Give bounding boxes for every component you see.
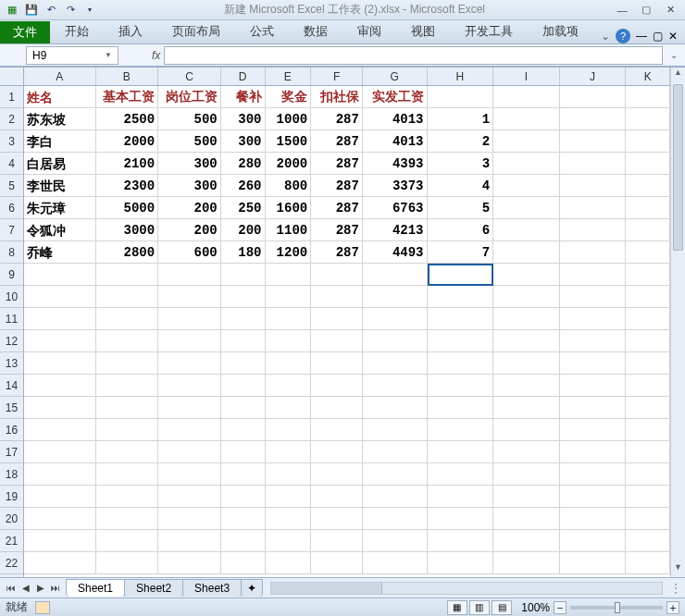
cell-G5[interactable]: 3373 [363,175,428,197]
cell-F6[interactable]: 287 [311,197,363,219]
cell-G20[interactable] [363,508,428,530]
expand-formula-bar-icon[interactable]: ⌄ [670,50,685,60]
cell-C10[interactable] [158,286,221,308]
cell-G1[interactable]: 实发工资 [363,86,428,108]
cell-F20[interactable] [311,508,363,530]
zoom-out-icon[interactable]: － [554,601,567,614]
cell-E9[interactable] [266,264,312,286]
cell-H8[interactable]: 7 [428,241,494,264]
cell-F5[interactable]: 287 [311,175,363,197]
cell-I1[interactable] [493,86,560,108]
cell-D1[interactable]: 餐补 [221,86,266,108]
cell-D19[interactable] [221,486,266,508]
cell-A15[interactable] [24,397,96,419]
cell-F13[interactable] [311,352,363,375]
sheet-last-icon[interactable]: ⏭ [48,583,63,593]
row-header-5[interactable]: 5 [0,175,23,197]
cell-E15[interactable] [266,397,312,419]
view-normal-icon[interactable]: ▦ [447,600,467,615]
cell-H12[interactable] [428,330,494,352]
cell-B10[interactable] [96,286,159,308]
cell-C5[interactable]: 300 [158,175,221,197]
row-header-17[interactable]: 17 [0,441,23,463]
cell-B7[interactable]: 3000 [96,219,159,241]
cell-J12[interactable] [560,330,627,352]
cell-I15[interactable] [493,397,560,419]
cell-F10[interactable] [311,286,363,308]
cell-J22[interactable] [560,552,627,574]
cell-J5[interactable] [560,175,627,197]
cell-F16[interactable] [311,419,363,441]
cell-J2[interactable] [560,108,627,130]
cell-E19[interactable] [266,486,312,508]
cell-D4[interactable]: 280 [221,153,266,175]
cell-H22[interactable] [428,552,494,574]
cell-B16[interactable] [96,419,159,441]
row-header-10[interactable]: 10 [0,286,23,308]
cell-G8[interactable]: 4493 [363,241,428,264]
cell-E13[interactable] [266,352,312,375]
tab-formulas[interactable]: 公式 [235,19,289,43]
zoom-level[interactable]: 100% [521,601,550,614]
scroll-up-icon[interactable]: ▲ [671,68,685,82]
maximize-button[interactable]: ▢ [635,3,657,18]
cell-I13[interactable] [493,352,560,375]
cell-J3[interactable] [560,130,627,153]
col-header-I[interactable]: I [493,68,560,85]
row-header-13[interactable]: 13 [0,352,23,375]
cell-D22[interactable] [221,552,266,574]
minimize-ribbon-icon[interactable]: ⌄ [601,30,610,43]
row-header-8[interactable]: 8 [0,241,23,264]
cell-K19[interactable] [626,486,670,508]
tab-insert[interactable]: 插入 [104,19,157,43]
zoom-in-icon[interactable]: ＋ [666,601,679,614]
cell-K8[interactable] [626,241,670,264]
cell-D16[interactable] [221,419,266,441]
zoom-slider[interactable] [570,606,663,610]
cell-I8[interactable] [493,241,560,264]
cell-D2[interactable]: 300 [221,108,266,130]
row-header-11[interactable]: 11 [0,308,23,330]
col-header-E[interactable]: E [266,68,312,85]
cell-C20[interactable] [158,508,221,530]
cell-G6[interactable]: 6763 [363,197,428,219]
vertical-scrollbar[interactable]: ▲ ▼ [670,68,685,577]
cell-C7[interactable]: 200 [158,219,221,241]
cell-A18[interactable] [24,463,96,486]
formula-input[interactable] [164,46,663,65]
cell-J8[interactable] [560,241,627,264]
cell-A4[interactable]: 白居易 [24,153,96,175]
cell-I19[interactable] [493,486,560,508]
cell-E20[interactable] [266,508,312,530]
cell-K16[interactable] [626,419,670,441]
tab-view[interactable]: 视图 [396,19,450,43]
cell-A11[interactable] [24,308,96,330]
cell-F21[interactable] [311,530,363,552]
cell-G14[interactable] [363,375,428,397]
cell-J6[interactable] [560,197,627,219]
fx-icon[interactable]: fx [152,49,160,62]
cell-J16[interactable] [560,419,627,441]
cell-K15[interactable] [626,397,670,419]
cell-G17[interactable] [363,441,428,463]
cell-H6[interactable]: 5 [428,197,494,219]
col-header-J[interactable]: J [560,68,627,85]
cell-B15[interactable] [96,397,159,419]
sheet-prev-icon[interactable]: ◀ [19,583,33,593]
row-header-20[interactable]: 20 [0,508,23,530]
cell-F22[interactable] [311,552,363,574]
cell-J1[interactable] [560,86,627,108]
row-header-12[interactable]: 12 [0,330,23,352]
row-header-7[interactable]: 7 [0,219,23,241]
cell-C21[interactable] [158,530,221,552]
cell-G16[interactable] [363,419,428,441]
cell-K6[interactable] [626,197,670,219]
cell-F9[interactable] [311,264,363,286]
cell-C12[interactable] [158,330,221,352]
horizontal-scrollbar[interactable] [270,582,663,595]
col-header-B[interactable]: B [96,68,159,85]
cell-D13[interactable] [221,352,266,375]
sheet-first-icon[interactable]: ⏮ [4,583,19,593]
cell-D3[interactable]: 300 [221,130,266,153]
tab-layout[interactable]: 页面布局 [157,19,235,43]
